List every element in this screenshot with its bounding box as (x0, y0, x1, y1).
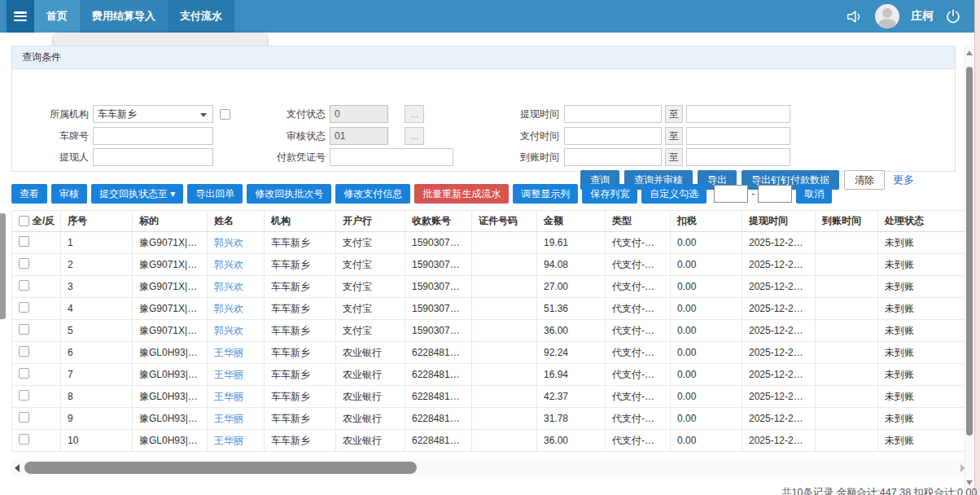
cell-tax: 0.00 (671, 430, 742, 452)
cell-checkbox (12, 232, 61, 254)
row-checkbox[interactable] (19, 258, 29, 269)
name-link[interactable]: 郭兴欢 (214, 237, 243, 248)
name-link[interactable]: 王华丽 (214, 391, 243, 402)
cell-bank: 农业银行 (336, 364, 405, 386)
cell-type: 代支付-价值... (606, 342, 671, 364)
custom-check-range: - (714, 185, 792, 203)
cell-bank: 支付宝 (336, 298, 405, 320)
name-link[interactable]: 王华丽 (214, 347, 243, 358)
audit-status-picker-button[interactable]: ... (405, 127, 424, 145)
row-checkbox[interactable] (19, 390, 29, 401)
cell-seq: 1 (61, 232, 133, 254)
cell-tax: 0.00 (671, 408, 742, 430)
withdrawer-label: 提现人 (12, 151, 89, 164)
name-link[interactable]: 郭兴欢 (214, 281, 243, 292)
table-row: 1豫G9071X|LV...郭兴欢车车新乡支付宝1590307888419.61… (12, 232, 965, 254)
cell-bank: 支付宝 (336, 254, 405, 276)
toolbar-button[interactable]: 审核 (51, 184, 87, 204)
cell-status: 未到账 (878, 232, 965, 254)
name-link[interactable]: 王华丽 (214, 413, 243, 424)
cancel-button[interactable]: 取消 (796, 184, 832, 204)
row-checkbox[interactable] (19, 324, 29, 335)
row-checkbox[interactable] (19, 368, 29, 379)
vertical-scrollbar-thumb[interactable] (966, 67, 973, 436)
toolbar-button[interactable]: 修改支付信息 (335, 184, 410, 204)
toolbar-button[interactable]: 导出回单 (187, 184, 243, 204)
withdraw-time-from-input[interactable] (564, 105, 662, 123)
name-link[interactable]: 王华丽 (214, 369, 243, 380)
withdraw-time-to-input[interactable] (686, 105, 790, 123)
navbar-tabs: 首页费用结算导入支付流水 (34, 0, 234, 33)
pay-status-picker-button[interactable]: ... (405, 105, 424, 123)
cell-arrive_time (816, 408, 878, 430)
toolbar-button[interactable]: 批量重新生成流水 (414, 184, 509, 204)
voucher-input[interactable] (330, 148, 453, 166)
volume-button[interactable] (846, 9, 864, 24)
org-select[interactable]: 车车新乡 (93, 105, 213, 123)
vertical-scrollbar (965, 46, 973, 492)
cell-org: 车车新乡 (265, 408, 336, 430)
toolbar-button[interactable]: 修改回执批次号 (247, 184, 331, 204)
cell-arrive_time (816, 298, 878, 320)
name-link[interactable]: 郭兴欢 (214, 259, 243, 270)
table-row: 3豫G9071X|LV...郭兴欢车车新乡支付宝1590307888427.00… (12, 276, 965, 298)
cell-status: 未到账 (878, 430, 965, 452)
row-checkbox[interactable] (19, 302, 29, 313)
cell-id_number (472, 320, 537, 342)
cell-type: 代支付-价值... (606, 232, 671, 254)
name-link[interactable]: 郭兴欢 (214, 303, 243, 314)
arrive-time-from-input[interactable] (564, 148, 662, 166)
scroll-down-arrow-icon[interactable] (966, 480, 973, 485)
toolbar-button[interactable]: 保存列宽 (582, 184, 637, 204)
arrive-time-to-input[interactable] (686, 148, 790, 166)
toolbar-button[interactable]: 查看 (11, 184, 47, 204)
column-header: 类型 (606, 211, 671, 232)
row-checkbox[interactable] (19, 346, 29, 357)
select-all-checkbox[interactable] (19, 216, 29, 226)
name-link[interactable]: 王华丽 (214, 435, 243, 446)
cell-seq: 2 (61, 254, 133, 276)
org-checkbox[interactable] (220, 109, 230, 120)
nav-tab-2[interactable]: 费用结算导入 (80, 0, 168, 33)
toolbar-button[interactable]: 提交回执状态至 ▾ (91, 184, 183, 204)
scroll-up-arrow-icon[interactable] (966, 50, 973, 55)
cell-amount: 27.00 (537, 276, 606, 298)
cell-status: 未到账 (878, 276, 965, 298)
cell-amount: 42.37 (537, 386, 606, 408)
cell-seq: 8 (61, 386, 133, 408)
plate-input[interactable] (93, 127, 213, 145)
toolbar-button[interactable]: 自定义勾选 (641, 184, 707, 204)
cell-status: 未到账 (878, 342, 965, 364)
custom-check-start-input[interactable] (714, 185, 748, 203)
cell-name: 王华丽 (208, 430, 265, 452)
nav-tab-1[interactable]: 首页 (34, 0, 80, 33)
logout-button[interactable] (945, 8, 961, 24)
cell-bank: 支付宝 (336, 276, 405, 298)
cell-withdraw_time: 2025-12-23 ... (742, 408, 816, 430)
cell-amount: 31.78 (537, 408, 606, 430)
withdraw-time-to-separator: 至 (665, 105, 683, 123)
pay-time-from-input[interactable] (564, 127, 662, 145)
menu-button[interactable] (7, 0, 34, 33)
payment-flow-page: 首页费用结算导入支付流水 庄柯 查询条件 (0, 0, 980, 495)
user-avatar[interactable] (875, 4, 899, 28)
left-scrollbar-thumb[interactable] (0, 213, 6, 319)
footer-summary: 共10条记录 金额合计:447.38 扣税合计:0.00 (781, 486, 977, 495)
org-label: 所属机构 (12, 107, 89, 121)
plate-label: 车牌号 (12, 129, 89, 143)
custom-check-end-input[interactable] (758, 185, 792, 203)
withdrawer-input[interactable] (93, 148, 213, 166)
cell-tax: 0.00 (671, 320, 742, 342)
name-link[interactable]: 郭兴欢 (214, 325, 243, 336)
pay-time-to-input[interactable] (686, 127, 790, 145)
row-checkbox[interactable] (19, 412, 29, 423)
row-checkbox[interactable] (19, 434, 29, 445)
scroll-left-arrow-icon[interactable] (15, 464, 20, 472)
nav-tab-3[interactable]: 支付流水 (168, 0, 234, 33)
cell-withdraw_time: 2025-12-23 ... (742, 276, 816, 298)
cell-id_number (472, 386, 537, 408)
horizontal-scrollbar-thumb[interactable] (24, 462, 417, 474)
row-checkbox[interactable] (19, 280, 29, 291)
row-checkbox[interactable] (19, 236, 29, 247)
toolbar-button[interactable]: 调整显示列 (513, 184, 578, 204)
